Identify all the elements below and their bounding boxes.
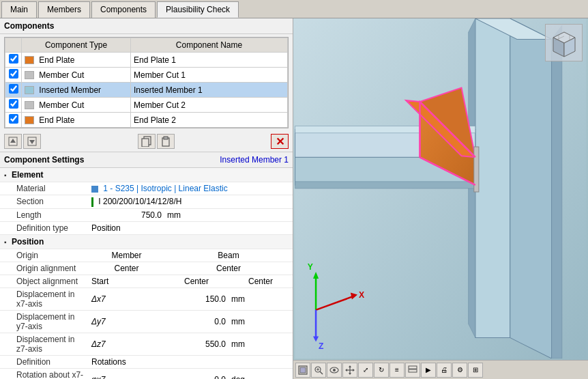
element-section-label: Element xyxy=(12,170,44,180)
copy-component-button[interactable] xyxy=(138,134,156,149)
components-title: Components xyxy=(4,21,54,31)
length-label: Length xyxy=(0,208,89,221)
rotation-x-symbol: φx7 xyxy=(89,368,164,379)
element-collapse-icon[interactable]: ▪ xyxy=(4,171,7,179)
section-label: Section xyxy=(0,195,89,209)
definition-row: Definition Rotations xyxy=(0,355,293,368)
component-toolbar: ✕ xyxy=(0,131,293,152)
position-collapse-icon[interactable]: ▪ xyxy=(4,238,7,246)
viewport[interactable]: X Y Z xyxy=(293,18,588,379)
origin-alignment-beam: Center xyxy=(164,262,293,275)
component-row-2[interactable]: Inserted Member Inserted Member 1 xyxy=(5,83,288,98)
component-name-cell-0: End Plate 1 xyxy=(131,53,288,68)
displacement-z-row: Displacement in z7-axis Δz7 550.0 mm xyxy=(0,333,293,355)
scene-svg: X Y Z xyxy=(293,18,588,359)
object-alignment-member: Center xyxy=(164,275,229,287)
tab-plausibility[interactable]: Plausibility Check xyxy=(157,1,239,18)
svg-marker-17 xyxy=(295,182,475,188)
rotate-view-btn[interactable]: ↻ xyxy=(374,363,389,378)
component-row-3[interactable]: Member Cut Member Cut 2 xyxy=(5,98,288,113)
svg-rect-56 xyxy=(409,369,417,372)
component-name-cell-3: Member Cut 2 xyxy=(131,98,288,113)
beam-scene: X Y Z xyxy=(293,18,588,359)
select-view-btn[interactable] xyxy=(295,363,310,378)
displacement-x-unit: mm xyxy=(229,287,293,310)
rotation-x-value: 0.0 xyxy=(164,368,229,379)
component-checkbox-cell-0 xyxy=(5,53,22,68)
move-view-btn[interactable] xyxy=(342,363,357,378)
right-panel[interactable]: X Y Z xyxy=(293,18,588,379)
eye-btn[interactable] xyxy=(327,363,342,378)
origin-header-row: Origin Member Beam xyxy=(0,249,293,262)
play-view-btn[interactable]: ▶ xyxy=(421,363,436,378)
svg-marker-1 xyxy=(10,139,16,143)
tab-members[interactable]: Members xyxy=(38,1,90,18)
component-type-label-1: Member Cut xyxy=(39,70,84,80)
origin-member-header: Member xyxy=(89,249,164,262)
move-up-button[interactable] xyxy=(4,134,22,149)
component-name-label-4: End Plate 2 xyxy=(134,115,176,125)
paste-component-button[interactable] xyxy=(157,134,175,149)
layers-btn[interactable] xyxy=(405,363,420,378)
origin-alignment-member: Center xyxy=(89,262,164,275)
component-checkbox-4[interactable] xyxy=(9,114,18,124)
displacement-y-unit: mm xyxy=(229,310,293,333)
component-checkbox-0[interactable] xyxy=(9,54,18,64)
components-section-header: Components xyxy=(0,18,293,34)
object-alignment-row: Object alignment Start Center Center xyxy=(0,275,293,287)
left-panel: Components Component Type Component Name xyxy=(0,18,293,379)
settings-table: ▪ Element Material 1 - S235 | Isotropic … xyxy=(0,168,293,379)
svg-marker-9 xyxy=(510,18,552,359)
object-alignment-label: Object alignment xyxy=(0,275,89,287)
tab-bar: Main Members Components Plausibility Che… xyxy=(0,0,588,18)
zoom-btn[interactable] xyxy=(311,363,326,378)
svg-marker-51 xyxy=(349,365,351,367)
displacement-x-row: Displacement in x7-axis Δx7 150.0 mm xyxy=(0,287,293,310)
tab-main[interactable]: Main xyxy=(1,1,37,18)
components-table: Component Type Component Name End Plate … xyxy=(5,38,288,128)
component-checkbox-3[interactable] xyxy=(9,99,18,109)
delete-component-button[interactable]: ✕ xyxy=(271,134,289,149)
origin-beam-header: Beam xyxy=(164,249,293,262)
component-name-cell-1: Member Cut 1 xyxy=(131,68,288,83)
component-name-label-2: Inserted Member 1 xyxy=(134,85,203,95)
col-header-name: Component Name xyxy=(131,38,288,53)
component-row-0[interactable]: End Plate End Plate 1 xyxy=(5,53,288,68)
component-type-cell-1: Member Cut xyxy=(22,68,131,83)
component-row-1[interactable]: Member Cut Member Cut 1 xyxy=(5,68,288,83)
tab-components[interactable]: Components xyxy=(91,1,156,18)
component-type-cell-0: End Plate xyxy=(22,53,131,68)
print-view-btn[interactable]: 🖨 xyxy=(437,363,452,378)
move-down-button[interactable] xyxy=(23,134,41,149)
expand-view-btn[interactable]: ⊞ xyxy=(468,363,483,378)
settings-subtitle: Inserted Member 1 xyxy=(220,155,289,165)
svg-marker-10 xyxy=(475,18,510,338)
component-name-label-0: End Plate 1 xyxy=(134,55,176,65)
element-section-row: ▪ Element xyxy=(0,168,293,182)
svg-marker-52 xyxy=(349,373,351,375)
svg-marker-3 xyxy=(29,140,35,144)
svg-text:X: X xyxy=(359,290,365,300)
component-checkbox-2[interactable] xyxy=(9,84,18,94)
definition-type-value: Position xyxy=(89,221,293,234)
material-label: Material xyxy=(0,182,89,195)
svg-rect-55 xyxy=(409,366,417,369)
svg-rect-5 xyxy=(142,139,149,147)
component-checkbox-cell-3 xyxy=(5,98,22,113)
component-type-label-2: Inserted Member xyxy=(39,85,101,95)
settings-view-btn[interactable]: ⚙ xyxy=(452,363,467,378)
length-value: 750.0 xyxy=(89,208,164,221)
material-value: 1 - S235 | Isotropic | Linear Elastic xyxy=(89,182,293,195)
resize-btn[interactable]: ⤢ xyxy=(358,363,373,378)
origin-alignment-label: Origin alignment xyxy=(0,262,89,275)
component-type-cell-2: Inserted Member xyxy=(22,83,131,98)
filter-btn[interactable]: ≡ xyxy=(389,363,405,378)
settings-title: Component Settings xyxy=(4,155,84,165)
component-row-4[interactable]: End Plate End Plate 2 xyxy=(5,113,288,128)
displacement-x-value: 150.0 xyxy=(164,287,229,310)
rotation-x-unit: deg xyxy=(229,368,293,379)
cube-navigator[interactable] xyxy=(545,24,583,61)
displacement-y-value: 0.0 xyxy=(164,310,229,333)
definition-type-label: Definition type xyxy=(0,221,89,234)
component-checkbox-1[interactable] xyxy=(9,69,18,79)
